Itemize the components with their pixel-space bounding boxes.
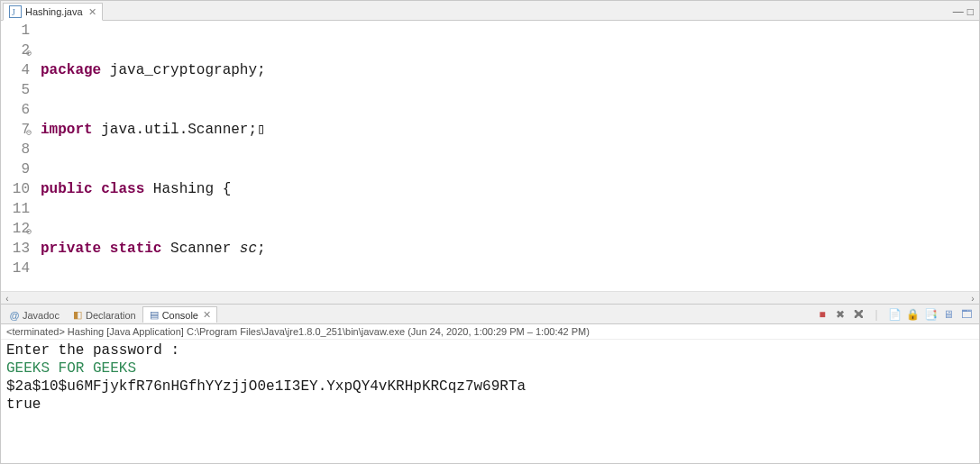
editor-horizontal-scrollbar[interactable]: ‹ › <box>1 291 979 304</box>
file-tab-hashing[interactable]: J Hashing.java ✕ <box>3 3 103 21</box>
svg-text:J: J <box>12 7 15 17</box>
file-tab-label: Hashing.java <box>25 6 83 17</box>
console-icon: ▤ <box>149 310 160 321</box>
console-line: $2a$10$u6MFjykfR76nHGfhYYzjjO0e1I3EY.Yxp… <box>6 378 974 396</box>
code-line: public class Hashing { <box>41 179 979 199</box>
console-toolbar: ■ ✖ 🗙 | 📄 🔒 📑 🖥 🗔 <box>815 307 979 322</box>
tab-declaration[interactable]: ◧ Declaration <box>66 307 142 323</box>
close-view-icon[interactable]: ✕ <box>203 309 211 321</box>
line-number: 1 <box>1 21 30 41</box>
open-console-button[interactable]: 🗔 <box>959 307 974 322</box>
console-input-line: GEEKS FOR GEEKS <box>6 359 974 378</box>
maximize-editor-button[interactable]: □ <box>967 5 974 18</box>
minimize-editor-button[interactable]: — <box>953 5 964 18</box>
line-number: 6 <box>1 100 30 120</box>
console-line: true <box>6 396 974 414</box>
close-tab-icon[interactable]: ✕ <box>88 6 96 18</box>
line-number: 11 <box>1 199 30 219</box>
tab-javadoc[interactable]: @ Javadoc <box>3 307 66 323</box>
display-selected-console-button[interactable]: 🖥 <box>941 307 956 322</box>
editor-window-controls: — □ <box>953 5 979 20</box>
line-number: 4 <box>1 60 30 80</box>
line-number: 9 <box>1 159 30 179</box>
pin-console-button[interactable]: 📑 <box>923 307 938 322</box>
console-line: Enter the password : <box>6 341 974 359</box>
line-number: 7⊖ <box>1 120 30 140</box>
terminate-button[interactable]: ■ <box>815 307 829 322</box>
toolbar-separator: | <box>869 307 884 322</box>
console-status: <terminated> Hashing [Java Application] … <box>1 324 979 340</box>
bottom-pane: @ Javadoc ◧ Declaration ▤ Console ✕ ■ ✖ … <box>1 305 979 463</box>
tab-label: Javadoc <box>23 310 60 321</box>
line-number: 12⊖ <box>1 219 30 239</box>
code-line: import java.util.Scanner;▯ <box>41 120 979 140</box>
tab-label: Declaration <box>86 310 136 321</box>
line-number: 8 <box>1 140 30 159</box>
remove-all-button[interactable]: 🗙 <box>851 307 866 322</box>
line-number: 10 <box>1 179 30 199</box>
remove-launch-button[interactable]: ✖ <box>833 307 847 322</box>
scroll-right-icon[interactable]: › <box>966 292 979 305</box>
declaration-icon: ◧ <box>72 310 83 321</box>
console-output[interactable]: Enter the password : GEEKS FOR GEEKS $2a… <box>1 340 979 463</box>
scroll-left-icon[interactable]: ‹ <box>1 292 14 305</box>
line-gutter: 1 2⊕ 4 5 6 7⊖ 8 9 10 11 12⊖ 13 14 <box>1 21 35 291</box>
editor-tab-bar: J Hashing.java ✕ — □ <box>1 1 979 21</box>
code-line: package java_cryptography; <box>41 60 979 80</box>
code-line: private static Scanner sc; <box>41 239 979 259</box>
java-file-icon: J <box>9 5 22 18</box>
line-number: 14 <box>1 259 30 278</box>
line-number: 2⊕ <box>1 41 30 60</box>
code-body[interactable]: package java_cryptography; import java.u… <box>35 21 979 291</box>
clear-console-button[interactable]: 📄 <box>887 307 902 322</box>
code-editor[interactable]: 1 2⊕ 4 5 6 7⊖ 8 9 10 11 12⊖ 13 14 packag… <box>1 21 979 291</box>
line-number: 13 <box>1 239 30 259</box>
tab-label: Console <box>162 310 198 321</box>
editor-pane: J Hashing.java ✕ — □ 1 2⊕ 4 5 6 7⊖ 8 9 1… <box>1 1 979 305</box>
javadoc-icon: @ <box>9 310 20 321</box>
view-tab-bar: @ Javadoc ◧ Declaration ▤ Console ✕ ■ ✖ … <box>1 305 979 324</box>
console-status-text: <terminated> Hashing [Java Application] … <box>6 326 590 337</box>
scroll-lock-button[interactable]: 🔒 <box>905 307 920 322</box>
tab-console[interactable]: ▤ Console ✕ <box>142 306 217 323</box>
line-number: 5 <box>1 80 30 100</box>
